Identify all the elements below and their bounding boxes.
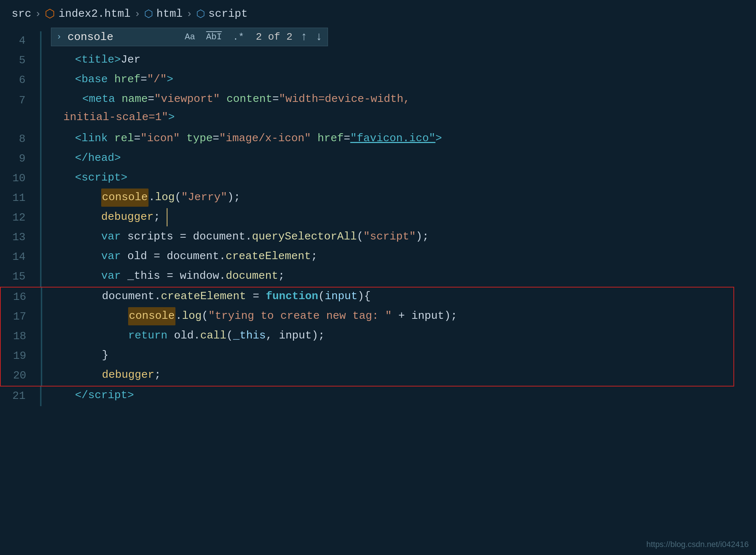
find-bar-expand-icon[interactable]: › [56, 32, 62, 42]
find-prev-button[interactable]: ↑ [300, 30, 307, 44]
table-row: 16 document.createElement = function(inp… [1, 288, 733, 307]
table-row: 20 debugger; [1, 366, 733, 386]
table-row: 19 } [1, 346, 733, 366]
line-number-19: 19 [1, 346, 41, 365]
code-area: 4 <meta char 5 <title>Jer 6 <base href="… [0, 28, 756, 406]
line-content-10: <script> [41, 169, 756, 187]
line-number-14: 14 [0, 247, 40, 266]
line-number-15: 15 [0, 267, 40, 286]
line-content-18: return old.call(_this, input); [42, 327, 733, 345]
line-content-19: } [42, 346, 733, 365]
find-bar-options: Aa AbI .* [182, 31, 246, 43]
line-number-9: 9 [0, 149, 40, 168]
breadcrumb: src › ⬡ index2.html › ⬡ html › ⬡ script [0, 0, 756, 28]
table-row: 21 </script> [0, 386, 756, 406]
line-content-13: var scripts = document.querySelectorAll(… [41, 228, 756, 246]
breadcrumb-file[interactable]: index2.html [59, 8, 131, 20]
line-number-16: 16 [1, 288, 41, 306]
table-row: 9 </head> [0, 149, 756, 169]
regex-button[interactable]: .* [230, 31, 246, 43]
find-bar: › Aa AbI .* 2 of 2 ↑ ↓ [51, 28, 328, 46]
find-input[interactable] [67, 31, 169, 43]
table-row: 18 return old.call(_this, input); [1, 327, 733, 346]
line-number-7: 7 [0, 90, 40, 110]
html-icon: ⬡ [45, 7, 55, 21]
table-row: 15 var _this = window.document; [0, 267, 756, 287]
editor-container: › Aa AbI .* 2 of 2 ↑ ↓ 4 <meta char 5 <t… [0, 28, 756, 554]
line-content-17: console.log("trying to create new tag: "… [42, 307, 733, 325]
script-icon: ⬡ [196, 8, 205, 20]
line-content-6: <base href="/"> [41, 71, 756, 89]
line-content-5: <title>Jer [41, 51, 756, 69]
table-row: 17 console.log("trying to create new tag… [1, 307, 733, 327]
line-content-20: debugger; [42, 366, 733, 384]
table-row: 12 debugger; [0, 208, 756, 228]
table-row: 6 <base href="/"> [0, 71, 756, 90]
line-content-7a: <meta name="viewport" content="width=dev… [49, 90, 756, 108]
find-next-button[interactable]: ↓ [316, 30, 322, 44]
line-content-16: document.createElement = function(input)… [42, 288, 733, 306]
line-content-11: console.log("Jerry"); [41, 189, 756, 207]
line-number-13: 13 [0, 228, 40, 247]
line-number-4: 4 [0, 31, 40, 50]
line-number-5: 5 [0, 51, 40, 70]
breadcrumb-sep3: › [186, 8, 193, 20]
breadcrumb-html[interactable]: html [157, 8, 183, 20]
line-content-21: </script> [41, 386, 756, 405]
line-content-12: debugger; [41, 208, 756, 226]
line-number-17: 17 [1, 307, 41, 326]
breadcrumb-src: src [12, 8, 31, 20]
line-number-18: 18 [1, 327, 41, 346]
line-number-21: 21 [0, 386, 40, 405]
line-content-8: <link rel="icon" type="image/x-icon" hre… [41, 130, 756, 148]
table-row: 5 <title>Jer [0, 51, 756, 71]
html-element-icon: ⬡ [144, 8, 153, 20]
breadcrumb-sep2: › [134, 8, 140, 20]
match-case-button[interactable]: Aa [182, 31, 197, 43]
table-row: 8 <link rel="icon" type="image/x-icon" h… [0, 130, 756, 149]
line-content-15: var _this = window.document; [41, 267, 756, 285]
watermark: https://blog.csdn.net/i042416 [646, 540, 749, 549]
highlighted-block: 16 document.createElement = function(inp… [0, 287, 734, 386]
table-row: 14 var old = document.createElement; [0, 247, 756, 267]
line-number-12: 12 [0, 208, 40, 227]
line-number-10: 10 [0, 169, 40, 188]
whole-word-button[interactable]: AbI [204, 31, 224, 43]
breadcrumb-script: script [209, 8, 248, 20]
table-row: 11 console.log("Jerry"); [0, 189, 756, 208]
table-row: 10 <script> [0, 169, 756, 189]
line-content-14: var old = document.createElement; [41, 247, 756, 266]
line-content-7b: initial-scale=1"> [49, 108, 756, 127]
line-number-6: 6 [0, 71, 40, 90]
table-row: 7 <meta name="viewport" content="width=d… [0, 90, 756, 130]
line-content-9: </head> [41, 149, 756, 167]
line-number-20: 20 [1, 366, 41, 385]
line-number-8: 8 [0, 130, 40, 148]
table-row: 13 var scripts = document.querySelectorA… [0, 228, 756, 247]
breadcrumb-sep1: › [35, 8, 41, 20]
line-number-11: 11 [0, 189, 40, 207]
find-count: 2 of 2 [256, 31, 293, 43]
